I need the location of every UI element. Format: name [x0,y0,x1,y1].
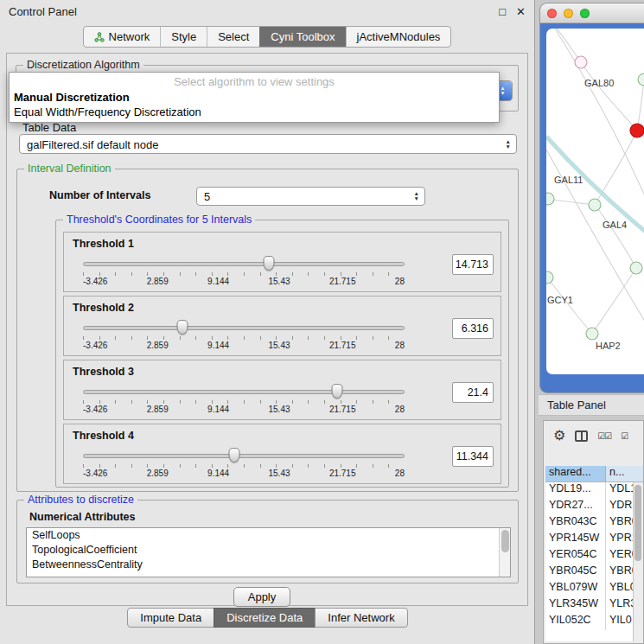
table-row[interactable]: YLR345WYLR3 [545,597,643,614]
table-cell[interactable]: YBL079W [545,581,606,597]
close-traffic-light-icon[interactable] [547,9,557,18]
selected-network-node[interactable] [630,124,644,137]
combo-arrows-icon[interactable]: ▲▼ [414,191,419,201]
threshold-4-value-input[interactable] [452,446,494,467]
select-columns-icon[interactable] [575,430,588,442]
tab-impute-data[interactable]: Impute Data [127,608,214,628]
network-node[interactable] [589,199,601,211]
numerical-attributes-label: Numerical Attributes [29,511,135,523]
threshold-1-value-input[interactable] [452,254,494,275]
table-data-value: galFiltered.sif default node [27,137,158,150]
select-all-rows-icon[interactable]: ☑☑ [597,431,611,441]
apply-button[interactable]: Apply [233,587,290,607]
scale-label: 15.43 [269,277,290,286]
tab-cyni-toolbox[interactable]: Cyni Toolbox [259,27,345,47]
threshold-3-value-input[interactable] [452,382,494,403]
tab-network[interactable]: Network [84,27,161,47]
table-cell[interactable]: YBR045C [545,564,606,581]
table-cell[interactable]: YDR27... [545,499,606,515]
slider-scale: -3.426 2.859 9.144 15.43 21.715 28 [83,469,405,478]
column-header-shared-name[interactable]: shared... [545,466,606,482]
float-window-icon[interactable]: □ [499,6,506,17]
scale-label: 9.144 [207,277,229,286]
list-scrollbar[interactable] [499,528,510,577]
slider-thumb[interactable] [228,448,239,462]
bottom-tabbar: Impute Data Discretize Data Infer Networ… [0,608,535,628]
cyni-toolbox-panel: Discretization Algorithm ▲▼ Select algor… [6,53,528,606]
slider-ticks [83,464,405,468]
table-cell[interactable]: YDL19... [545,482,606,499]
scale-label: 9.144 [207,469,229,478]
table-scrollbar[interactable] [633,482,643,641]
network-node[interactable] [638,73,644,86]
scale-label: 2.859 [147,469,169,478]
table-panel-toolbar: ⚙ ☑☑ ☑ [544,421,643,450]
network-node[interactable] [586,328,598,340]
threshold-2-slider[interactable]: -3.426 2.859 9.144 15.43 21.715 28 [83,320,405,353]
scale-label: 15.43 [269,469,290,478]
minimize-traffic-light-icon[interactable] [564,9,573,18]
zoom-traffic-light-icon[interactable] [580,9,590,18]
list-item[interactable]: BetweennessCentrality [27,558,510,572]
network-node[interactable] [546,193,554,205]
table-cell[interactable]: YER054C [545,548,606,564]
scale-label: 21.715 [329,277,356,286]
dropdown-option-manual-discretization[interactable]: Manual Discretization [10,90,499,105]
combo-arrows-icon[interactable]: ▲▼ [506,139,511,150]
network-node[interactable] [630,262,642,274]
table-row[interactable]: YPR145WYPR1 [545,532,643,548]
tab-strip: Network Style Select Cyni Toolbox jActiv… [83,26,452,48]
scrollbar-thumb[interactable] [501,530,509,552]
dropdown-option-equal-width-frequency[interactable]: Equal Width/Frequency Discretization [10,105,499,119]
tab-jactivemnodules[interactable]: jActiveMNodules [346,27,451,47]
deselect-rows-icon[interactable]: ☑ [621,431,628,441]
table-row[interactable]: YDL19...YDL1 [545,482,643,499]
tab-label: Cyni Toolbox [271,30,335,43]
control-panel: Control Panel □ ✕ Network Style Select C… [0,0,535,644]
control-panel-tabbar: Network Style Select Cyni Toolbox jActiv… [0,26,534,48]
close-window-icon[interactable]: ✕ [516,6,526,17]
node-label: GAL11 [554,175,583,185]
scale-label: -3.426 [83,469,107,478]
table-row[interactable]: YER054CYER0 [545,548,643,564]
control-panel-title: Control Panel [9,5,77,18]
table-cell[interactable]: YPR145W [545,532,606,548]
table-cell[interactable]: YLR345W [545,597,606,614]
slider-thumb[interactable] [331,384,342,399]
threshold-4-slider[interactable]: -3.426 2.859 9.144 15.43 21.715 28 [83,448,405,481]
tab-label: Style [171,30,196,43]
table-cell[interactable]: YBR043C [545,515,606,532]
tab-discretize-data[interactable]: Discretize Data [214,608,316,628]
tab-style[interactable]: Style [160,27,207,47]
threshold-3-slider[interactable]: -3.426 2.859 9.144 15.43 21.715 28 [83,384,405,417]
number-of-intervals-select[interactable]: 5 ▲▼ [196,187,425,206]
tab-select[interactable]: Select [207,27,259,47]
table-row[interactable]: YBR045CYBR0 [545,564,643,581]
network-canvas[interactable]: GAL80 GAL11 GAL4 GCY1 HAP2 [546,29,644,374]
tab-infer-network[interactable]: Infer Network [315,608,407,628]
tab-label: Select [218,30,249,43]
list-item[interactable]: TopologicalCoefficient [27,543,510,558]
scrollbar-thumb[interactable] [634,485,641,561]
attributes-to-discretize-group: Attributes to discretize Numerical Attri… [16,500,519,583]
slider-thumb[interactable] [177,320,188,335]
scale-label: 21.715 [329,405,356,414]
slider-thumb[interactable] [263,256,274,271]
scale-label: 28 [395,469,405,478]
network-node[interactable] [546,271,553,284]
network-node[interactable] [575,56,587,68]
scale-label: 28 [395,341,405,350]
column-header-name[interactable]: n... [606,466,643,482]
table-data-select[interactable]: galFiltered.sif default node ▲▼ [19,134,517,154]
table-row[interactable]: YIL052CYIL0 [545,614,643,630]
threshold-2-value-input[interactable] [452,318,494,339]
settings-gear-icon[interactable]: ⚙ [553,429,565,443]
list-item[interactable]: SelfLoops [27,528,510,543]
table-row[interactable]: YDR27...YDR2 [545,499,643,515]
table-cell[interactable]: YIL052C [545,614,606,630]
slider-track [83,454,405,458]
table-row[interactable]: YBL079WYBL0 [545,581,643,597]
table-row[interactable]: YBR043CYBR0 [545,515,643,532]
group-title: Threshold's Coordinates for 5 Intervals [63,214,255,226]
threshold-1-slider[interactable]: -3.426 2.859 9.144 15.43 21.715 28 [83,256,405,289]
